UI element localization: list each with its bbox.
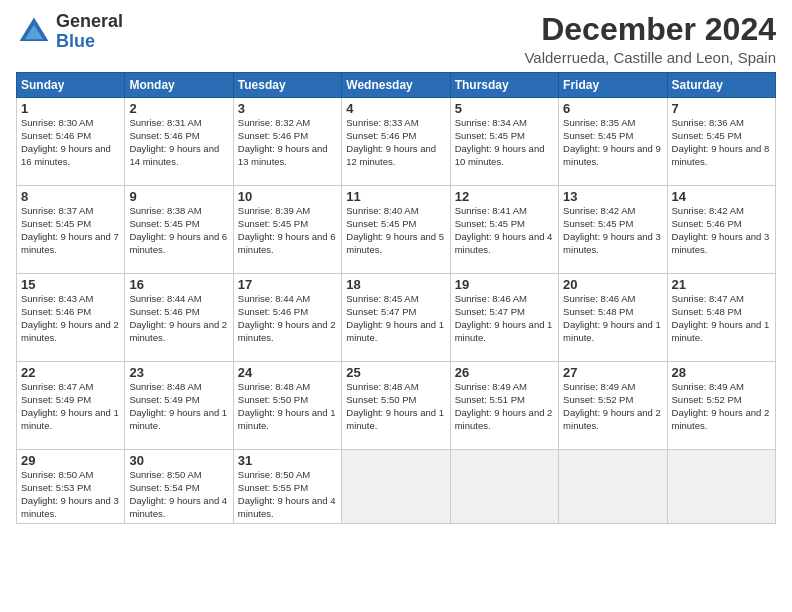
sunrise-text: Sunrise: 8:43 AM xyxy=(21,293,120,306)
daylight-text: Daylight: 9 hours and 1 minute. xyxy=(563,319,662,345)
sunrise-text: Sunrise: 8:35 AM xyxy=(563,117,662,130)
table-row xyxy=(342,450,450,524)
daylight-text: Daylight: 9 hours and 1 minute. xyxy=(455,319,554,345)
daylight-text: Daylight: 9 hours and 4 minutes. xyxy=(129,495,228,521)
table-row: 7 Sunrise: 8:36 AM Sunset: 5:45 PM Dayli… xyxy=(667,98,775,186)
day-number: 4 xyxy=(346,101,445,116)
table-row: 8 Sunrise: 8:37 AM Sunset: 5:45 PM Dayli… xyxy=(17,186,125,274)
sunrise-text: Sunrise: 8:48 AM xyxy=(346,381,445,394)
day-number: 27 xyxy=(563,365,662,380)
daylight-text: Daylight: 9 hours and 1 minute. xyxy=(346,319,445,345)
sunrise-text: Sunrise: 8:44 AM xyxy=(238,293,337,306)
daylight-text: Daylight: 9 hours and 2 minutes. xyxy=(129,319,228,345)
calendar-week-row: 29 Sunrise: 8:50 AM Sunset: 5:53 PM Dayl… xyxy=(17,450,776,524)
day-number: 10 xyxy=(238,189,337,204)
sunset-text: Sunset: 5:46 PM xyxy=(129,130,228,143)
calendar-week-row: 8 Sunrise: 8:37 AM Sunset: 5:45 PM Dayli… xyxy=(17,186,776,274)
sunset-text: Sunset: 5:46 PM xyxy=(21,130,120,143)
daylight-text: Daylight: 9 hours and 4 minutes. xyxy=(455,231,554,257)
sunrise-text: Sunrise: 8:48 AM xyxy=(238,381,337,394)
col-thursday: Thursday xyxy=(450,73,558,98)
col-friday: Friday xyxy=(559,73,667,98)
day-number: 16 xyxy=(129,277,228,292)
sunset-text: Sunset: 5:49 PM xyxy=(21,394,120,407)
daylight-text: Daylight: 9 hours and 6 minutes. xyxy=(129,231,228,257)
table-row: 6 Sunrise: 8:35 AM Sunset: 5:45 PM Dayli… xyxy=(559,98,667,186)
daylight-text: Daylight: 9 hours and 1 minute. xyxy=(129,407,228,433)
sunset-text: Sunset: 5:55 PM xyxy=(238,482,337,495)
daylight-text: Daylight: 9 hours and 8 minutes. xyxy=(672,143,771,169)
sunset-text: Sunset: 5:47 PM xyxy=(346,306,445,319)
day-number: 22 xyxy=(21,365,120,380)
table-row: 24 Sunrise: 8:48 AM Sunset: 5:50 PM Dayl… xyxy=(233,362,341,450)
daylight-text: Daylight: 9 hours and 5 minutes. xyxy=(346,231,445,257)
sunrise-text: Sunrise: 8:46 AM xyxy=(563,293,662,306)
sunset-text: Sunset: 5:54 PM xyxy=(129,482,228,495)
day-number: 30 xyxy=(129,453,228,468)
sunrise-text: Sunrise: 8:50 AM xyxy=(21,469,120,482)
table-row: 1 Sunrise: 8:30 AM Sunset: 5:46 PM Dayli… xyxy=(17,98,125,186)
sunrise-text: Sunrise: 8:34 AM xyxy=(455,117,554,130)
sunset-text: Sunset: 5:45 PM xyxy=(455,218,554,231)
daylight-text: Daylight: 9 hours and 2 minutes. xyxy=(238,319,337,345)
col-sunday: Sunday xyxy=(17,73,125,98)
table-row: 5 Sunrise: 8:34 AM Sunset: 5:45 PM Dayli… xyxy=(450,98,558,186)
col-monday: Monday xyxy=(125,73,233,98)
daylight-text: Daylight: 9 hours and 16 minutes. xyxy=(21,143,120,169)
day-number: 14 xyxy=(672,189,771,204)
table-row: 4 Sunrise: 8:33 AM Sunset: 5:46 PM Dayli… xyxy=(342,98,450,186)
daylight-text: Daylight: 9 hours and 13 minutes. xyxy=(238,143,337,169)
daylight-text: Daylight: 9 hours and 3 minutes. xyxy=(563,231,662,257)
sunrise-text: Sunrise: 8:50 AM xyxy=(238,469,337,482)
sunset-text: Sunset: 5:46 PM xyxy=(672,218,771,231)
calendar-week-row: 15 Sunrise: 8:43 AM Sunset: 5:46 PM Dayl… xyxy=(17,274,776,362)
calendar-header-row: Sunday Monday Tuesday Wednesday Thursday… xyxy=(17,73,776,98)
calendar: Sunday Monday Tuesday Wednesday Thursday… xyxy=(16,72,776,524)
daylight-text: Daylight: 9 hours and 2 minutes. xyxy=(21,319,120,345)
sunset-text: Sunset: 5:50 PM xyxy=(346,394,445,407)
sunrise-text: Sunrise: 8:31 AM xyxy=(129,117,228,130)
sunrise-text: Sunrise: 8:38 AM xyxy=(129,205,228,218)
day-number: 18 xyxy=(346,277,445,292)
month-title: December 2024 xyxy=(524,12,776,47)
sunset-text: Sunset: 5:46 PM xyxy=(238,306,337,319)
sunset-text: Sunset: 5:52 PM xyxy=(563,394,662,407)
table-row xyxy=(559,450,667,524)
col-wednesday: Wednesday xyxy=(342,73,450,98)
table-row: 16 Sunrise: 8:44 AM Sunset: 5:46 PM Dayl… xyxy=(125,274,233,362)
sunset-text: Sunset: 5:46 PM xyxy=(346,130,445,143)
sunset-text: Sunset: 5:47 PM xyxy=(455,306,554,319)
sunset-text: Sunset: 5:45 PM xyxy=(21,218,120,231)
day-number: 2 xyxy=(129,101,228,116)
day-number: 23 xyxy=(129,365,228,380)
table-row: 21 Sunrise: 8:47 AM Sunset: 5:48 PM Dayl… xyxy=(667,274,775,362)
logo-icon xyxy=(16,14,52,50)
sunrise-text: Sunrise: 8:42 AM xyxy=(563,205,662,218)
daylight-text: Daylight: 9 hours and 3 minutes. xyxy=(21,495,120,521)
day-number: 11 xyxy=(346,189,445,204)
daylight-text: Daylight: 9 hours and 2 minutes. xyxy=(563,407,662,433)
sunrise-text: Sunrise: 8:32 AM xyxy=(238,117,337,130)
daylight-text: Daylight: 9 hours and 6 minutes. xyxy=(238,231,337,257)
table-row: 31 Sunrise: 8:50 AM Sunset: 5:55 PM Dayl… xyxy=(233,450,341,524)
sunrise-text: Sunrise: 8:49 AM xyxy=(455,381,554,394)
day-number: 20 xyxy=(563,277,662,292)
day-number: 12 xyxy=(455,189,554,204)
table-row: 12 Sunrise: 8:41 AM Sunset: 5:45 PM Dayl… xyxy=(450,186,558,274)
sunset-text: Sunset: 5:45 PM xyxy=(238,218,337,231)
table-row xyxy=(450,450,558,524)
day-number: 24 xyxy=(238,365,337,380)
day-number: 26 xyxy=(455,365,554,380)
sunrise-text: Sunrise: 8:44 AM xyxy=(129,293,228,306)
sunrise-text: Sunrise: 8:41 AM xyxy=(455,205,554,218)
table-row: 30 Sunrise: 8:50 AM Sunset: 5:54 PM Dayl… xyxy=(125,450,233,524)
sunset-text: Sunset: 5:45 PM xyxy=(129,218,228,231)
daylight-text: Daylight: 9 hours and 1 minute. xyxy=(21,407,120,433)
day-number: 8 xyxy=(21,189,120,204)
sunset-text: Sunset: 5:51 PM xyxy=(455,394,554,407)
table-row: 3 Sunrise: 8:32 AM Sunset: 5:46 PM Dayli… xyxy=(233,98,341,186)
sunset-text: Sunset: 5:46 PM xyxy=(238,130,337,143)
location: Valderrueda, Castille and Leon, Spain xyxy=(524,49,776,66)
sunrise-text: Sunrise: 8:49 AM xyxy=(672,381,771,394)
table-row: 15 Sunrise: 8:43 AM Sunset: 5:46 PM Dayl… xyxy=(17,274,125,362)
